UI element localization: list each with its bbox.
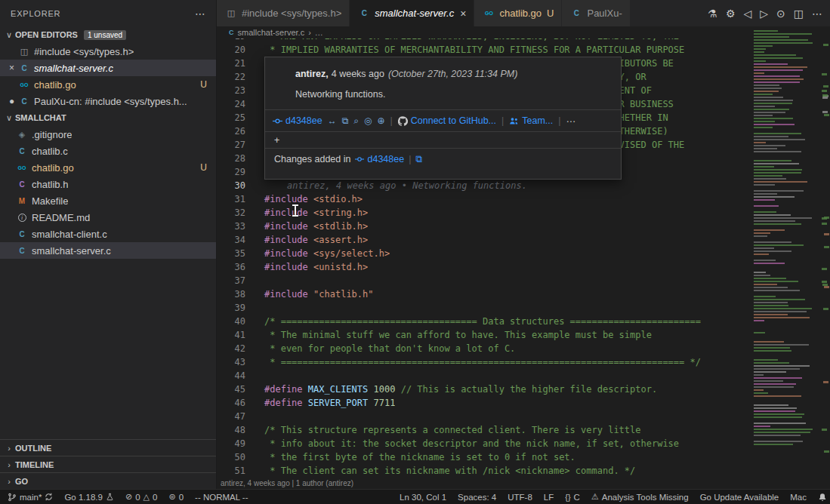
go-update-status[interactable]: Go Update Available xyxy=(700,493,779,502)
file-item-makefile[interactable]: MMakefile xyxy=(0,192,216,209)
untracked-badge: U xyxy=(200,79,207,90)
go-version-status[interactable]: Go 1.18.9 xyxy=(64,493,114,502)
breadcrumb[interactable]: C smallchat-server.c › … xyxy=(217,26,830,38)
tab-smallchat-server-c[interactable]: Csmallchat-server.c× xyxy=(350,0,474,26)
file-item-chatlib-go[interactable]: GOchatlib.goU xyxy=(0,159,216,176)
code-line-45[interactable]: 45#define MAX_CLIENTS 1000 // This is ac… xyxy=(217,383,751,396)
file-item-readme-md[interactable]: iREADME.md xyxy=(0,209,216,226)
code-line-32[interactable]: 32#include <string.h> xyxy=(217,206,751,220)
gear-icon[interactable]: ⚙ xyxy=(726,8,736,20)
code-line-34[interactable]: 34#include <assert.h> xyxy=(217,233,751,247)
close-icon[interactable]: × xyxy=(6,63,17,73)
navigate-back-icon[interactable]: ◁ xyxy=(743,8,751,20)
search-commit-icon[interactable]: ⌕ xyxy=(353,115,359,126)
tab-chatlib-go[interactable]: GOchatlib.goU xyxy=(474,0,562,26)
line-number: 27 xyxy=(217,138,245,152)
git-icon: ◈ xyxy=(15,130,29,140)
open-editor-item-smallchat-server-c[interactable]: ×Csmallchat-server.c xyxy=(0,60,216,76)
code-line-50[interactable]: 50 * the first byte of the nickname is s… xyxy=(217,450,751,464)
code-text: * even for people that don't know a lot … xyxy=(245,342,515,355)
team-link[interactable]: Team... xyxy=(509,115,553,126)
code-line-39[interactable]: 39 xyxy=(217,301,751,315)
test-run-icon[interactable]: ⚗ xyxy=(708,8,717,20)
reveal-commit-icon[interactable]: ◎ xyxy=(364,115,372,126)
overview-ruler[interactable] xyxy=(820,30,830,468)
line-number: 24 xyxy=(217,97,245,111)
breadcrumb-more[interactable]: … xyxy=(315,28,323,37)
file-label: Makefile xyxy=(32,195,68,207)
workspace-folder-header[interactable]: ∨ SMALLCHAT xyxy=(0,109,216,126)
code-line-47[interactable]: 47 xyxy=(217,410,751,423)
line-number: 45 xyxy=(217,383,245,396)
open-changes-icon[interactable]: ↔ xyxy=(328,115,337,126)
line-number: 42 xyxy=(217,342,245,355)
code-editor[interactable]: 19 * AND ANY EXPRESS OR IMPLIED WARRANTI… xyxy=(217,38,751,489)
cursor-position-status[interactable]: Ln 30, Col 1 xyxy=(400,493,446,502)
tab-label: #include <sys/types.h> xyxy=(242,8,341,19)
file-item-gitignore[interactable]: ◈.gitignore xyxy=(0,126,216,143)
code-text: * ======================================… xyxy=(245,355,701,369)
line-number: 41 xyxy=(217,328,245,342)
language-status[interactable]: {}C xyxy=(565,493,580,502)
ports-status[interactable]: ⊚0 xyxy=(168,492,184,502)
split-editor-icon[interactable]: ◫ xyxy=(794,8,804,20)
run-circle-icon[interactable]: ⊙ xyxy=(776,8,785,20)
changes-commit-link[interactable]: d4348ee xyxy=(355,154,404,164)
chevron-right-icon: › xyxy=(3,444,15,453)
file-item-smallchat-server-c[interactable]: Csmallchat-server.c xyxy=(0,242,216,259)
encoding-status[interactable]: UTF-8 xyxy=(508,493,532,502)
eol-status[interactable]: LF xyxy=(544,493,554,502)
hover-more-actions-icon[interactable]: ⋯ xyxy=(566,115,576,127)
sidebar-section-timeline[interactable]: ›TIMELINE xyxy=(0,456,216,472)
inline-blame: antirez, 4 weeks ago • Networking functi… xyxy=(287,180,527,191)
connect-github-link[interactable]: Connect to GitHub... xyxy=(398,115,496,126)
code-text: * the first byte of the nickname is set … xyxy=(245,450,575,464)
open-editors-header[interactable]: ∨ OPEN EDITORS 1 unsaved xyxy=(0,26,216,43)
open-editor-item-chatlib-go[interactable]: GOchatlib.goU xyxy=(0,76,216,93)
gitlens-codelens[interactable]: antirez, 4 weeks ago | 1 author (antirez… xyxy=(217,478,751,489)
copy-sha-icon[interactable]: ⧉ xyxy=(342,115,349,126)
code-line-44[interactable]: 44 xyxy=(217,369,751,383)
code-line-46[interactable]: 46#define SERVER_PORT 7711 xyxy=(217,396,751,410)
sidebar-section-outline[interactable]: ›OUTLINE xyxy=(0,439,216,456)
code-line-42[interactable]: 42 * even for people that don't know a l… xyxy=(217,342,751,355)
code-line-49[interactable]: 49 * info about it: the socket descripto… xyxy=(217,437,751,450)
notifications-bell[interactable] xyxy=(818,493,827,502)
open-on-remote-icon[interactable]: ⊕ xyxy=(377,115,384,126)
sidebar-section-go[interactable]: ›GO xyxy=(0,472,216,489)
git-blame-hover: antirez,4 weeks ago(October 27th, 2023 1… xyxy=(264,57,622,180)
tab-include-sys-types-h[interactable]: ◫#include <sys/types.h> xyxy=(217,0,350,26)
navigate-forward-icon[interactable]: ▷ xyxy=(760,8,768,20)
more-actions-icon[interactable]: ⋯ xyxy=(812,8,822,20)
breadcrumb-file[interactable]: smallchat-server.c xyxy=(238,28,305,37)
problems-status[interactable]: ⊘0 △0 xyxy=(125,492,158,502)
open-editor-item-paulxu-cn-include-sys-types-h[interactable]: ●CPaulXu-cn: #include <sys/types.h... xyxy=(0,93,216,109)
code-line-33[interactable]: 33#include <stdlib.h> xyxy=(217,220,751,233)
code-text: #define SERVER_PORT 7711 xyxy=(245,396,395,410)
close-icon[interactable]: × xyxy=(460,8,466,20)
commit-sha-link[interactable]: d4348ee xyxy=(273,115,322,126)
minimap[interactable] xyxy=(751,30,819,464)
code-line-43[interactable]: 43 * ===================================… xyxy=(217,355,751,369)
code-line-35[interactable]: 35#include <sys/select.h> xyxy=(217,247,751,260)
open-editor-item-include-sys-types-h[interactable]: ◫#include <sys/types.h> xyxy=(0,43,216,60)
file-item-chatlib-h[interactable]: Cchatlib.h xyxy=(0,176,216,192)
indentation-status[interactable]: Spaces: 4 xyxy=(458,493,496,502)
code-line-20[interactable]: 20 * IMPLIED WARRANTIES OF MERCHANTABILI… xyxy=(217,43,751,57)
code-line-41[interactable]: 41 * The minimal stuff we can afford to … xyxy=(217,328,751,342)
copy-icon[interactable]: ⧉ xyxy=(415,154,422,165)
tab-paulxu[interactable]: CPaulXu- xyxy=(562,0,630,26)
open-editor-label: PaulXu-cn: #include <sys/types.h... xyxy=(34,96,187,107)
code-line-36[interactable]: 36#include <unistd.h> xyxy=(217,260,751,274)
code-line-37[interactable]: 37 xyxy=(217,274,751,287)
code-line-38[interactable]: 38#include "chatlib.h" xyxy=(217,287,751,301)
code-line-40[interactable]: 40/* ===================================… xyxy=(217,315,751,328)
code-line-30[interactable]: 30antirez, 4 weeks ago • Networking func… xyxy=(217,179,751,192)
file-item-chatlib-c[interactable]: Cchatlib.c xyxy=(0,143,216,159)
git-branch-status[interactable]: main* xyxy=(8,493,53,502)
code-line-51[interactable]: 51 * The client can set its nickname wit… xyxy=(217,464,751,478)
code-line-48[interactable]: 48/* This structure represents a connect… xyxy=(217,423,751,437)
file-item-smallchat-client-c[interactable]: Csmallchat-client.c xyxy=(0,226,216,242)
analysis-tools-status[interactable]: ⚠Analysis Tools Missing xyxy=(591,492,689,502)
explorer-more-actions-icon[interactable]: ⋯ xyxy=(195,8,205,20)
